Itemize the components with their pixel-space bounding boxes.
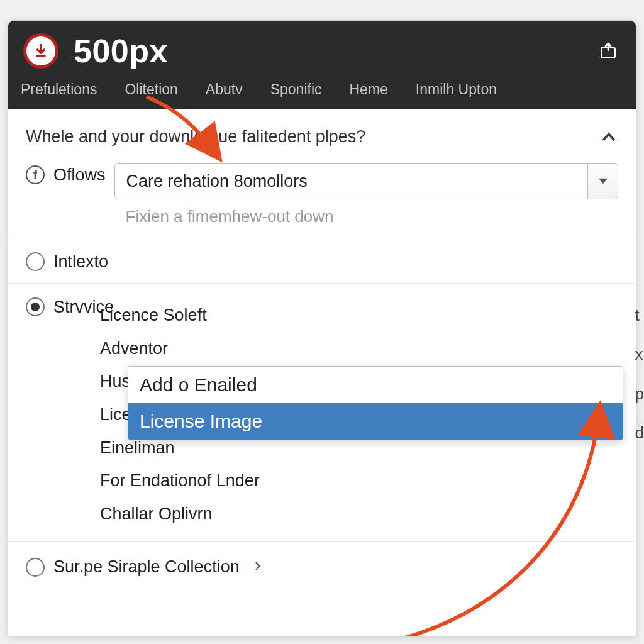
caret-down-icon (599, 177, 608, 186)
dropdown-item-license[interactable]: License Image (128, 403, 623, 440)
info-f-icon: f (26, 165, 45, 184)
list-item[interactable]: For Endationof Lnder (100, 464, 288, 497)
tab-inmilh[interactable]: Inmilh Upton (416, 81, 497, 98)
option-label: Oflows (53, 165, 106, 185)
nav-tabs: Prefuletions Olitetion Abutv Sponific He… (8, 75, 636, 109)
select-value: Care rehation 8omollors (126, 172, 308, 191)
chevron-up-icon[interactable] (599, 128, 618, 147)
app-title: 500px (74, 32, 168, 70)
title-row: 500px (8, 21, 636, 75)
option-row-intlexto[interactable]: Intlexto (8, 238, 636, 283)
list-item[interactable]: Adventor (100, 332, 288, 365)
option-row-oflows[interactable]: f Oflows Care rehation 8omollors Fixien … (8, 160, 636, 238)
tab-abutv[interactable]: Abutv (206, 81, 243, 98)
tab-sponific[interactable]: Sponific (270, 81, 322, 98)
radio-icon[interactable] (26, 558, 45, 577)
list-item[interactable]: Challar Oplivrn (100, 497, 288, 531)
dropdown-item-add[interactable]: Add o Enailed (128, 367, 623, 403)
select-dropdown-button[interactable] (587, 164, 618, 199)
download-arrow-icon (33, 43, 49, 59)
svg-marker-2 (599, 179, 608, 184)
export-icon[interactable] (598, 41, 618, 61)
radio-icon[interactable] (26, 252, 45, 271)
edge-cropped-text: t x p d (635, 296, 644, 453)
question-row: Whele and your downled-ue falitedent plp… (8, 109, 636, 160)
option-row-surpe[interactable]: Sur.pe Siraple Collection (8, 541, 636, 589)
select-box[interactable]: Care rehation 8omollors (114, 163, 618, 199)
radio-selected-icon[interactable] (26, 297, 45, 316)
section-question: Whele and your downled-ue falitedent plp… (26, 127, 365, 147)
option-label: Sur.pe Siraple Collection (53, 557, 240, 577)
svg-rect-0 (36, 55, 45, 57)
tab-prefuletions[interactable]: Prefuletions (21, 81, 97, 98)
tab-heme[interactable]: Heme (350, 81, 388, 98)
option-label: Intlexto (53, 252, 108, 272)
list-item[interactable]: Licence Soleft (100, 299, 288, 332)
app-window: 500px Prefuletions Olitetion Abutv Sponi… (8, 20, 636, 636)
dropdown-menu: Add o Enailed License Image (128, 366, 623, 440)
select-hint: Fixien a fimemhew-out down (114, 199, 618, 226)
content-area: Whele and your downled-ue falitedent plp… (8, 109, 636, 589)
app-header: 500px Prefuletions Olitetion Abutv Sponi… (8, 21, 636, 109)
tab-olitetion[interactable]: Olitetion (125, 81, 177, 98)
chevron-right-icon (252, 560, 264, 572)
app-logo-icon (23, 33, 58, 69)
